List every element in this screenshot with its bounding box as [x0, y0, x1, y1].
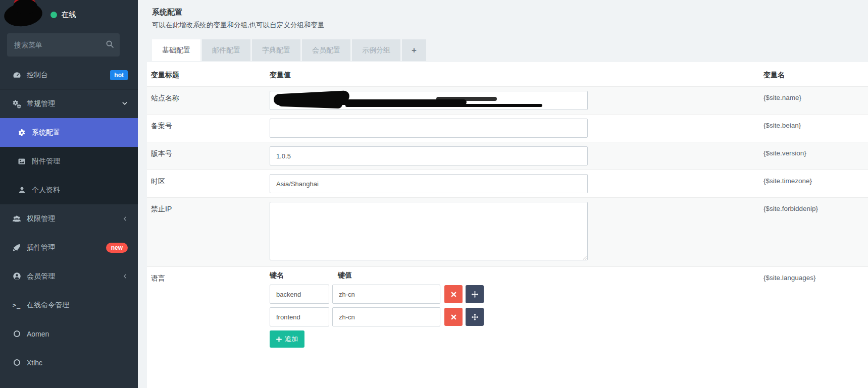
column-header-value: 变量值 [270, 71, 763, 80]
table-row: 语言 键名 键值 [147, 266, 868, 378]
redaction-scribble [436, 97, 497, 101]
table-header: 变量标题 变量值 变量名 [147, 62, 868, 86]
avatar[interactable] [3, 0, 46, 27]
table-row: 版本号 {$site.version} [147, 142, 868, 170]
kv-row [270, 307, 763, 326]
tab-member-config[interactable]: 会员配置 [302, 39, 350, 61]
sidebar-item-label: 在线命令管理 [27, 301, 69, 310]
online-status-label: 在线 [61, 10, 76, 20]
sidebar-item-dashboard[interactable]: 控制台 hot [0, 61, 138, 89]
forbidden-ip-textarea[interactable] [270, 202, 588, 260]
row-varname: {$site.languages} [763, 271, 868, 282]
gear-icon [17, 129, 26, 137]
plus-icon [276, 337, 282, 342]
sidebar-item-label: 附件管理 [32, 157, 60, 166]
table-row: 备案号 {$site.beian} [147, 114, 868, 142]
page-subtitle: 可以在此增改系统的变量和分组,也可以自定义分组和变量 [152, 21, 868, 30]
users-icon [12, 215, 21, 223]
config-group-tabs: 基础配置 邮件配置 字典配置 会员配置 示例分组 + [152, 39, 868, 61]
sidebar-item-label: 会员管理 [27, 272, 55, 281]
row-varname: {$site.forbiddenip} [763, 202, 868, 212]
rocket-icon [12, 244, 21, 252]
page-header: 系统配置 可以在此增改系统的变量和分组,也可以自定义分组和变量 [138, 0, 868, 30]
delete-row-button[interactable] [444, 285, 463, 303]
x-icon [450, 291, 457, 298]
move-icon [471, 291, 479, 298]
table-row: 禁止IP {$site.forbiddenip} [147, 197, 868, 266]
sidebar-item-permissions[interactable]: 权限管理 [0, 204, 138, 233]
language-key-input[interactable] [270, 285, 329, 304]
user-circle-icon [12, 272, 21, 281]
tab-basic-config[interactable]: 基础配置 [152, 39, 200, 61]
sidebar-item-profile[interactable]: 个人资料 [0, 176, 138, 204]
sidebar-item-label: 常规管理 [27, 99, 55, 108]
row-title: 禁止IP [151, 202, 270, 214]
table-row: 时区 {$site.timezone} [147, 170, 868, 197]
dashboard-icon [12, 71, 21, 79]
hot-badge: hot [110, 70, 128, 80]
language-value-input[interactable] [332, 307, 440, 326]
sidebar-item-system-config[interactable]: 系统配置 [0, 118, 138, 147]
language-key-input[interactable] [270, 307, 329, 326]
sidebar-item-label: 权限管理 [27, 214, 55, 224]
drag-row-button[interactable] [466, 285, 484, 303]
sidebar-item-general[interactable]: 常规管理 [0, 89, 138, 118]
terminal-icon: >_ [12, 302, 21, 309]
row-varname: {$site.timezone} [763, 174, 868, 185]
sidebar-item-label: 系统配置 [32, 128, 60, 137]
sidebar-item-plugins[interactable]: 插件管理 new [0, 233, 138, 262]
sidebar-item-members[interactable]: 会员管理 [0, 262, 138, 291]
language-value-input[interactable] [332, 285, 440, 304]
add-group-tab[interactable]: + [402, 39, 426, 61]
sidebar: 在线 控制台 hot 常规管理 [0, 0, 138, 388]
column-header-title: 变量标题 [151, 71, 270, 80]
move-icon [471, 313, 479, 321]
row-varname: {$site.version} [763, 146, 868, 157]
sidebar-item-aomen[interactable]: Aomen [0, 319, 138, 348]
user-panel: 在线 [0, 0, 138, 30]
timezone-input[interactable] [270, 174, 588, 193]
row-title: 时区 [151, 174, 270, 186]
row-title: 备案号 [151, 119, 270, 131]
sidebar-item-label: 个人资料 [32, 186, 60, 195]
sidebar-item-label: 插件管理 [27, 243, 55, 252]
circle-icon [12, 330, 21, 337]
chevron-left-icon [122, 272, 128, 281]
general-submenu: 系统配置 附件管理 个人资料 [0, 118, 138, 204]
row-varname: {$site.beian} [763, 119, 868, 129]
tab-example-group[interactable]: 示例分组 [352, 39, 400, 61]
sidebar-item-online-commands[interactable]: >_ 在线命令管理 [0, 291, 138, 319]
version-input[interactable] [270, 146, 588, 165]
kv-header: 键名 键值 [270, 271, 763, 280]
kv-row [270, 285, 763, 304]
image-icon [17, 157, 26, 165]
user-icon [17, 186, 26, 194]
tab-mail-config[interactable]: 邮件配置 [202, 39, 250, 61]
page-title: 系统配置 [152, 8, 868, 17]
search-icon [106, 40, 114, 50]
search-input[interactable] [14, 41, 106, 49]
row-varname: {$site.name} [763, 91, 868, 101]
sidebar-item-attachments[interactable]: 附件管理 [0, 147, 138, 176]
main-content: 系统配置 可以在此增改系统的变量和分组,也可以自定义分组和变量 基础配置 邮件配… [138, 0, 868, 388]
sidebar-item-label: 控制台 [27, 71, 48, 80]
row-title: 站点名称 [151, 91, 270, 103]
kv-key-header: 键名 [270, 271, 338, 280]
sidebar-item-label: Xtlhc [27, 359, 42, 367]
sidebar-menu: 控制台 hot 常规管理 系统配置 附件管理 [0, 61, 138, 377]
beian-input[interactable] [270, 119, 588, 138]
delete-row-button[interactable] [444, 308, 463, 326]
menu-search-box[interactable] [7, 33, 120, 57]
sidebar-item-label: Aomen [27, 330, 49, 338]
column-header-name: 变量名 [763, 71, 868, 80]
chevron-down-icon [122, 100, 128, 108]
append-button[interactable]: 追加 [270, 330, 304, 348]
circle-icon [12, 359, 21, 366]
online-status-dot [50, 12, 57, 18]
drag-row-button[interactable] [466, 308, 484, 326]
tab-dictionary-config[interactable]: 字典配置 [252, 39, 300, 61]
sidebar-item-xtlhc[interactable]: Xtlhc [0, 348, 138, 377]
redaction-scribble [345, 104, 542, 107]
table-row: 站点名称 {$site.name} [147, 86, 868, 114]
chevron-left-icon [122, 215, 128, 223]
